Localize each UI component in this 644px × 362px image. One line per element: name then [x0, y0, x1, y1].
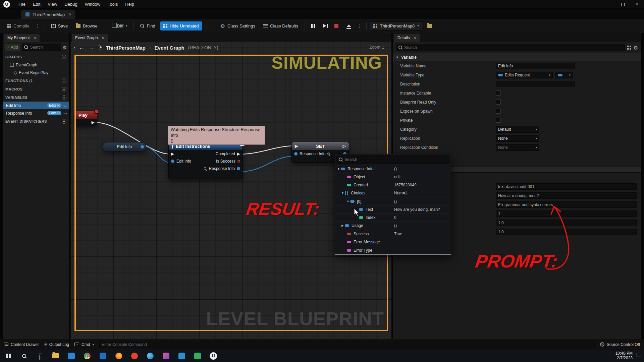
close-icon[interactable]: ×	[102, 36, 104, 41]
description-field[interactable]	[496, 81, 575, 87]
pause-button[interactable]	[308, 22, 318, 30]
vscode-button[interactable]	[177, 352, 186, 360]
tree-item-eventgraph[interactable]: EventGraph	[3, 61, 69, 69]
tree-item-event-beginplay[interactable]: Event BeginPlay	[3, 69, 69, 76]
diff-button[interactable]: Diff▾	[108, 21, 130, 31]
close-button[interactable]: ×	[630, 0, 644, 8]
search-input[interactable]	[344, 157, 447, 162]
exec-in-pin[interactable]: ▶	[295, 144, 298, 148]
debug-object-dropdown[interactable]: ThirdPersonMap8 ▾	[370, 21, 422, 31]
green-app-button[interactable]	[193, 352, 202, 360]
source-control-button[interactable]: Source Control Off	[600, 342, 640, 347]
visibility-icon[interactable]	[63, 112, 67, 114]
firefox-button[interactable]	[114, 352, 123, 360]
search-input[interactable]	[30, 45, 58, 50]
output-pin[interactable]	[237, 167, 240, 170]
breakpoint-icon[interactable]	[94, 110, 98, 114]
default-value-field[interactable]	[496, 183, 637, 190]
node-event-beginplay[interactable]: Play ▶	[75, 111, 97, 126]
expander-icon[interactable]: ▶	[340, 224, 345, 227]
hide-unrelated-button[interactable]: Hide Unrelated	[160, 21, 202, 31]
watch-row[interactable]: ▼ [0] ()	[335, 197, 451, 205]
taskbar-search-button[interactable]	[20, 352, 29, 360]
menu-debug[interactable]: Debug	[61, 1, 81, 8]
store-button[interactable]	[67, 352, 76, 360]
container-type-dropdown[interactable]: ▾	[555, 72, 573, 78]
class-settings-button[interactable]: ⚙Class Settings	[218, 21, 259, 31]
playback-options-icon[interactable]: ⋮	[356, 23, 363, 28]
close-icon[interactable]: ×	[34, 36, 37, 41]
expander-icon[interactable]: ▼	[336, 167, 341, 171]
watch-row[interactable]: Object edit	[335, 173, 451, 181]
browse-button[interactable]: Browse	[73, 21, 100, 31]
frame-skip-button[interactable]	[320, 22, 329, 30]
watch-row[interactable]: Text How are you doing, man?	[335, 205, 451, 214]
node-edit-instructions[interactable]: f Edit Instructions ▶ Completed▶ Edit In…	[168, 142, 243, 179]
variables-section-header[interactable]: VARIABLES +	[3, 93, 69, 102]
menu-window[interactable]: Window	[81, 1, 104, 8]
private-checkbox[interactable]	[496, 118, 501, 123]
exec-out-pin[interactable]: ▷	[343, 144, 346, 148]
add-macro-icon[interactable]: +	[62, 87, 66, 92]
details-search[interactable]	[396, 44, 625, 51]
back-icon[interactable]: ←	[79, 45, 85, 51]
expose-on-spawn-checkbox[interactable]	[496, 109, 501, 114]
expander-icon[interactable]: ▼	[396, 56, 399, 59]
edge-button[interactable]	[146, 352, 155, 360]
add-variable-icon[interactable]: +	[62, 95, 66, 100]
compile-options-icon[interactable]: ⋮	[35, 23, 41, 28]
add-function-icon[interactable]: +	[62, 78, 66, 83]
expander-icon[interactable]: ▼	[346, 200, 350, 203]
maximize-button[interactable]	[616, 0, 630, 8]
variable-row-edit-info[interactable]: Edit Info Edits R	[3, 102, 69, 109]
default-value-field[interactable]	[496, 201, 637, 208]
watch-row[interactable]: Error Type	[335, 246, 451, 254]
eject-button[interactable]	[343, 22, 354, 29]
search-input[interactable]	[404, 45, 623, 50]
gear-icon[interactable]: ⚙	[63, 45, 67, 50]
stop-button[interactable]	[331, 22, 341, 30]
variable-row-response-info[interactable]: Response Info Edits R	[3, 109, 69, 117]
output-pin[interactable]	[237, 160, 240, 163]
watch-search[interactable]	[336, 156, 449, 164]
visibility-icon[interactable]	[63, 105, 67, 107]
add-button[interactable]: +Add	[5, 44, 20, 51]
default-value-field[interactable]	[496, 220, 637, 226]
taskbar-clock[interactable]: 10:48 PM 2/7/2023	[615, 351, 633, 360]
blueprint-read-only-checkbox[interactable]	[496, 100, 501, 105]
default-value-field[interactable]	[496, 210, 637, 217]
start-button[interactable]	[4, 352, 13, 360]
node-get-edit-info[interactable]: Edit Info	[103, 142, 146, 151]
tab-details[interactable]: Details ×	[394, 34, 420, 42]
breadcrumb-root[interactable]: ThirdPersonMap	[106, 45, 146, 51]
breadcrumb-current[interactable]: Event Graph	[155, 45, 184, 51]
compile-button[interactable]: Compile	[4, 21, 33, 31]
display-options-icon[interactable]	[627, 46, 631, 50]
instance-editable-checkbox[interactable]	[496, 90, 501, 96]
watch-row[interactable]: Index 0	[335, 214, 451, 222]
chrome-button[interactable]	[83, 352, 92, 360]
watch-row[interactable]: ▼ Choices Num=1	[335, 189, 451, 197]
menu-help[interactable]: Help	[121, 1, 138, 8]
default-value-field[interactable]	[496, 229, 637, 235]
category-dropdown[interactable]: Default ▾	[496, 126, 539, 133]
asset-tab-thirdpersonmap[interactable]: ThirdPersonMap ×	[21, 10, 76, 19]
watch-row[interactable]: ▼ Response Info ()	[335, 165, 451, 173]
close-icon[interactable]: ×	[69, 12, 71, 17]
variable-name-field[interactable]	[496, 63, 575, 69]
cmd-dropdown[interactable]: >Cmd▾	[74, 342, 94, 347]
replication-dropdown[interactable]: None ▾	[496, 135, 539, 142]
browse-to-debug-object-button[interactable]	[424, 22, 435, 30]
minimize-button[interactable]: —	[602, 0, 616, 8]
expander-icon[interactable]: ▼	[340, 191, 345, 195]
content-drawer-button[interactable]: Content Drawer	[4, 342, 39, 347]
exec-out-pin[interactable]: ▶	[237, 152, 240, 156]
output-pin[interactable]	[141, 145, 144, 148]
tab-my-blueprint[interactable]: My Blueprint ×	[4, 34, 40, 42]
input-pin[interactable]	[171, 160, 174, 163]
close-icon[interactable]: ×	[414, 36, 417, 41]
add-graph-icon[interactable]: +	[62, 55, 66, 59]
find-button[interactable]: Find	[137, 21, 158, 31]
my-blueprint-search[interactable]	[22, 44, 61, 51]
gear-icon[interactable]: ⚙	[634, 45, 638, 50]
